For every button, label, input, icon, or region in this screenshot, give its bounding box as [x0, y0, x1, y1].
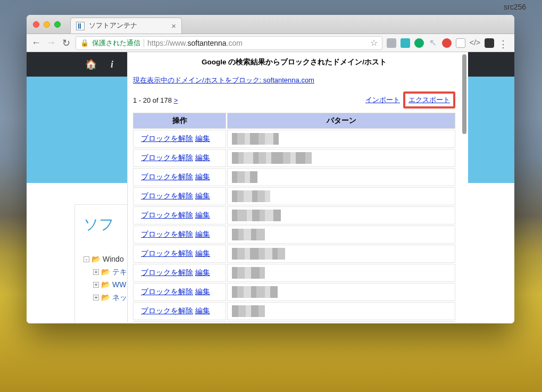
table-row: ブロックを解除 編集 — [133, 264, 455, 282]
maximize-window-button[interactable] — [54, 21, 61, 28]
pattern-cell — [227, 187, 455, 205]
minimize-window-button[interactable] — [44, 21, 50, 28]
forward-button[interactable]: → — [46, 37, 56, 48]
table-row: ブロックを解除 編集 — [133, 321, 455, 322]
table-row: ブロックを解除 編集 — [133, 283, 455, 301]
unblock-link[interactable]: ブロックを解除 — [141, 211, 193, 219]
extension-icon[interactable] — [485, 38, 494, 48]
expand-icon[interactable]: + — [93, 269, 99, 275]
pattern-cell — [227, 168, 455, 186]
scrollbar-thumb[interactable] — [462, 54, 466, 134]
edit-link[interactable]: 編集 — [195, 306, 210, 315]
url-text: https://www.softantenna.com — [147, 39, 243, 47]
table-row: ブロックを解除 編集 — [133, 130, 455, 148]
row-actions: ブロックを解除 編集 — [133, 321, 226, 322]
unblock-link[interactable]: ブロックを解除 — [141, 153, 193, 162]
browser-menu-button[interactable]: ⋮ — [498, 38, 508, 48]
pattern-cell — [227, 130, 455, 148]
export-highlight: エクスポート — [403, 91, 455, 109]
expand-icon[interactable]: + — [93, 295, 99, 301]
reload-button[interactable]: ↻ — [61, 37, 71, 49]
pagination-range: 1 - 20 of 178 — [133, 96, 172, 104]
folder-icon: 📂 — [101, 278, 110, 291]
unblock-link[interactable]: ブロックを解除 — [141, 191, 193, 200]
pattern-cell — [227, 283, 455, 301]
table-row: ブロックを解除 編集 — [133, 226, 455, 244]
extension-icon[interactable] — [456, 38, 465, 48]
lock-icon: 🔒 — [80, 39, 89, 47]
unblock-link[interactable]: ブロックを解除 — [141, 230, 193, 238]
unblock-link[interactable]: ブロックを解除 — [141, 172, 193, 181]
edit-link[interactable]: 編集 — [195, 134, 210, 143]
edit-link[interactable]: 編集 — [195, 153, 210, 162]
export-link[interactable]: エクスポート — [408, 96, 450, 104]
col-operations: 操作 — [133, 113, 226, 129]
edit-link[interactable]: 編集 — [195, 287, 210, 296]
row-actions: ブロックを解除 編集 — [133, 245, 226, 263]
row-actions: ブロックを解除 編集 — [133, 187, 226, 205]
address-bar[interactable]: 🔒 保護された通信 https://www.softantenna.com ☆ — [76, 36, 382, 50]
divider — [144, 39, 144, 47]
home-icon[interactable]: 🏠 — [85, 59, 97, 70]
edit-link[interactable]: 編集 — [195, 211, 210, 219]
extension-icon[interactable]: </> — [470, 38, 480, 48]
unblock-link[interactable]: ブロックを解除 — [141, 268, 193, 277]
collapse-icon[interactable]: - — [84, 256, 89, 262]
secure-label: 保護された通信 — [92, 38, 140, 48]
table-row: ブロックを解除 編集 — [133, 245, 455, 263]
extension-icon[interactable] — [414, 38, 424, 48]
extension-icon[interactable] — [401, 38, 410, 48]
titlebar: ソフトアンテナ × — [27, 15, 514, 34]
blocklist-popup: Google の検索結果からブロックされたドメイン/ホスト 現在表示中のドメイン… — [128, 52, 468, 322]
tab-close-button[interactable]: × — [171, 22, 176, 30]
table-row: ブロックを解除 編集 — [133, 168, 455, 186]
row-actions: ブロックを解除 編集 — [133, 206, 226, 224]
popup-title: Google の検索結果からブロックされたドメイン/ホスト — [132, 52, 456, 73]
edit-link[interactable]: 編集 — [195, 172, 210, 181]
next-page-link[interactable]: > — [174, 96, 178, 104]
table-row: ブロックを解除 編集 — [133, 187, 455, 205]
unblock-link[interactable]: ブロックを解除 — [141, 249, 193, 257]
browser-tab[interactable]: ソフトアンテナ × — [70, 18, 182, 34]
window-controls — [27, 21, 61, 28]
list-toolbar: 1 - 20 of 178 > インポート エクスポート — [132, 90, 456, 112]
close-window-button[interactable] — [33, 21, 39, 28]
pattern-cell — [227, 321, 455, 322]
extension-icons: ↖ </> ⋮ — [387, 38, 510, 48]
row-actions: ブロックを解除 編集 — [133, 264, 226, 282]
edit-link[interactable]: 編集 — [195, 268, 210, 277]
folder-icon: 📂 — [91, 253, 101, 265]
back-button[interactable]: ← — [31, 37, 41, 48]
import-link[interactable]: インポート — [365, 95, 400, 105]
row-actions: ブロックを解除 編集 — [133, 302, 226, 320]
pattern-cell — [227, 226, 455, 244]
pattern-cell — [227, 245, 455, 263]
expand-icon[interactable]: + — [93, 282, 99, 288]
row-actions: ブロックを解除 編集 — [133, 226, 226, 244]
extension-icon[interactable]: ↖ — [428, 38, 438, 48]
edit-link[interactable]: 編集 — [195, 191, 210, 200]
row-actions: ブロックを解除 編集 — [133, 168, 226, 186]
source-label: src256 — [504, 3, 526, 11]
folder-icon: 📂 — [101, 291, 110, 304]
info-icon[interactable]: i — [111, 59, 113, 70]
bookmark-star-icon[interactable]: ☆ — [370, 38, 378, 48]
row-actions: ブロックを解除 編集 — [133, 149, 226, 167]
pattern-cell — [227, 206, 455, 224]
block-current-domain-link[interactable]: 現在表示中のドメイン/ホストをブロック: softantenna.com — [132, 73, 456, 90]
row-actions: ブロックを解除 編集 — [133, 283, 226, 301]
edit-link[interactable]: 編集 — [195, 230, 210, 238]
edit-link[interactable]: 編集 — [195, 249, 210, 257]
folder-icon: 📂 — [101, 265, 110, 278]
popup-scrollbar[interactable] — [462, 53, 467, 321]
unblock-link[interactable]: ブロックを解除 — [141, 134, 193, 143]
personal-blocklist-extension-icon[interactable] — [442, 38, 452, 48]
extension-icon[interactable] — [387, 38, 396, 48]
table-row: ブロックを解除 編集 — [133, 302, 455, 320]
tab-favicon — [76, 22, 85, 30]
table-row: ブロックを解除 編集 — [133, 206, 455, 224]
table-row: ブロックを解除 編集 — [133, 149, 455, 167]
unblock-link[interactable]: ブロックを解除 — [141, 306, 193, 315]
unblock-link[interactable]: ブロックを解除 — [141, 287, 193, 296]
row-actions: ブロックを解除 編集 — [133, 130, 226, 148]
